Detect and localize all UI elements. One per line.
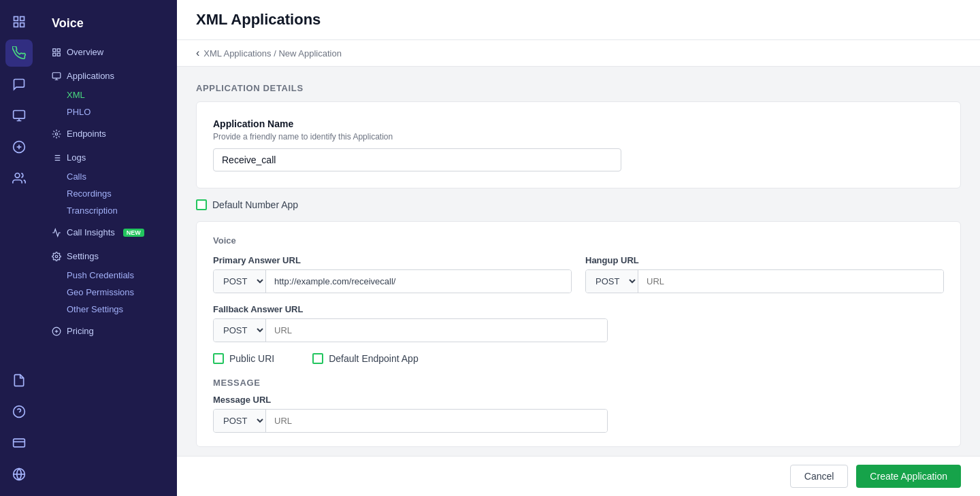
default-endpoint-app-checkbox[interactable] <box>312 353 323 364</box>
nav-endpoints-label: Endpoints <box>67 129 106 139</box>
cancel-button[interactable]: Cancel <box>790 465 849 488</box>
breadcrumb-chevron: ‹ <box>196 47 199 59</box>
footer-bar: Cancel Create Application <box>177 456 980 496</box>
page-title: XML Applications <box>196 11 961 29</box>
nav-item-xml[interactable]: XML <box>38 86 177 103</box>
nav-item-pricing[interactable]: Pricing <box>38 320 177 342</box>
phone-nav-icon[interactable] <box>5 39 33 67</box>
nav-item-recordings[interactable]: Recordings <box>38 185 177 202</box>
breadcrumb: ‹ XML Applications / New Application <box>177 40 980 67</box>
nav-sidebar-title: Voice <box>38 11 177 42</box>
nav-section-call-insights: Call Insights NEW <box>38 222 177 243</box>
svg-point-20 <box>55 133 58 135</box>
nav-section-endpoints: Endpoints <box>38 123 177 144</box>
nav-pricing-label: Pricing <box>67 326 94 336</box>
help-nav-icon[interactable] <box>5 398 33 425</box>
hangup-url-input-group: POST GET <box>585 269 944 293</box>
nav-item-call-insights[interactable]: Call Insights NEW <box>38 222 177 243</box>
fallback-answer-url-label: Fallback Answer URL <box>213 304 944 314</box>
app-name-input[interactable]: Receive_call <box>213 148 621 171</box>
nav-item-applications[interactable]: Applications <box>38 65 177 86</box>
message-method-select[interactable]: POST GET <box>214 410 266 432</box>
url-checkboxes-row: Public URI Default Endpoint App <box>213 353 944 364</box>
nav-item-push-credentials[interactable]: Push Credentials <box>38 267 177 284</box>
nav-item-overview[interactable]: Overview <box>38 42 177 63</box>
nav-settings-label: Settings <box>67 251 99 261</box>
new-badge: NEW <box>123 229 144 237</box>
primary-url-input[interactable] <box>266 270 571 293</box>
hangup-url-field: Hangup URL POST GET <box>585 255 944 293</box>
message-url-field: Message URL POST GET <box>213 395 944 433</box>
nav-item-other-settings[interactable]: Other Settings <box>38 301 177 318</box>
svg-rect-16 <box>57 48 60 51</box>
nav-item-logs[interactable]: Logs <box>38 147 177 168</box>
billing-nav-icon[interactable] <box>5 429 33 457</box>
nav-applications-label: Applications <box>67 71 114 81</box>
svg-point-8 <box>15 173 20 178</box>
hangup-url-input[interactable] <box>638 270 943 293</box>
message-url-label: Message URL <box>213 395 944 405</box>
chat-nav-icon[interactable] <box>5 71 33 98</box>
hangup-method-select[interactable]: POST GET <box>586 270 638 293</box>
svg-rect-4 <box>14 111 25 119</box>
nav-section-logs: Logs Calls Recordings Transcription <box>38 147 177 219</box>
application-details-card: Application Name Provide a friendly name… <box>196 101 961 188</box>
svg-rect-0 <box>14 17 18 21</box>
icon-sidebar <box>0 0 38 496</box>
nav-section-settings: Settings Push Credentials Geo Permission… <box>38 246 177 318</box>
home-nav-icon[interactable] <box>5 8 33 35</box>
page-header: XML Applications <box>177 0 980 40</box>
nav-section-applications: Applications XML PHLO <box>38 65 177 120</box>
primary-url-input-group: POST GET <box>213 269 572 293</box>
primary-answer-url-label: Primary Answer URL <box>213 255 572 265</box>
content-area: Application Details Application Name Pro… <box>177 67 980 456</box>
nav-overview-label: Overview <box>67 47 103 57</box>
nav-item-endpoints[interactable]: Endpoints <box>38 123 177 144</box>
public-uri-checkbox[interactable] <box>213 353 224 364</box>
fallback-method-select[interactable]: POST GET <box>214 319 266 342</box>
nav-item-transcription[interactable]: Transcription <box>38 202 177 219</box>
svg-rect-17 <box>53 53 56 56</box>
svg-rect-11 <box>14 439 25 447</box>
nav-item-calls[interactable]: Calls <box>38 168 177 185</box>
public-uri-row: Public URI <box>213 353 274 364</box>
nav-item-geo-permissions[interactable]: Geo Permissions <box>38 284 177 301</box>
primary-answer-url-field: Primary Answer URL POST GET <box>213 255 572 293</box>
hangup-url-label: Hangup URL <box>585 255 944 265</box>
svg-rect-3 <box>20 23 24 27</box>
reports-nav-icon[interactable] <box>5 367 33 394</box>
nav-item-settings[interactable]: Settings <box>38 246 177 267</box>
primary-hangup-url-row: Primary Answer URL POST GET Hangup URL <box>213 255 944 293</box>
breadcrumb-path: XML Applications / New Application <box>203 48 342 59</box>
nav-logs-label: Logs <box>67 152 86 163</box>
message-url-input[interactable] <box>266 410 607 432</box>
default-number-app-row: Default Number App <box>196 199 961 210</box>
nav-call-insights-label: Call Insights <box>67 227 115 237</box>
voice-card: Voice Primary Answer URL POST GET <box>196 221 961 447</box>
primary-method-select[interactable]: POST GET <box>214 270 266 293</box>
create-application-button[interactable]: Create Application <box>856 465 961 488</box>
public-uri-label: Public URI <box>229 353 274 364</box>
sms-nav-icon[interactable] <box>5 102 33 129</box>
fallback-url-input[interactable] <box>266 319 607 342</box>
nav-sidebar: Voice Overview Applications XML PHLO End… <box>38 0 177 496</box>
default-endpoint-app-row: Default Endpoint App <box>312 353 419 364</box>
nav-section-overview: Overview <box>38 42 177 63</box>
voice-section-label: Voice <box>213 235 944 246</box>
contacts-nav-icon[interactable] <box>5 165 33 192</box>
default-number-app-checkbox[interactable] <box>196 199 207 210</box>
main-content: XML Applications ‹ XML Applications / Ne… <box>177 0 980 496</box>
add-nav-icon[interactable] <box>5 133 33 161</box>
svg-rect-15 <box>53 48 56 51</box>
fallback-answer-url-field: Fallback Answer URL POST GET <box>213 304 944 342</box>
default-number-app-label: Default Number App <box>212 199 298 210</box>
svg-rect-2 <box>14 23 18 27</box>
svg-rect-18 <box>57 53 60 56</box>
nav-item-phlo[interactable]: PHLO <box>38 103 177 120</box>
default-endpoint-app-label: Default Endpoint App <box>329 353 419 364</box>
fallback-url-input-group: POST GET <box>213 318 608 342</box>
app-name-field-hint: Provide a friendly name to identify this… <box>213 132 944 142</box>
nav-section-pricing: Pricing <box>38 320 177 342</box>
message-url-input-group: POST GET <box>213 409 608 433</box>
globe-nav-icon[interactable] <box>5 461 33 488</box>
